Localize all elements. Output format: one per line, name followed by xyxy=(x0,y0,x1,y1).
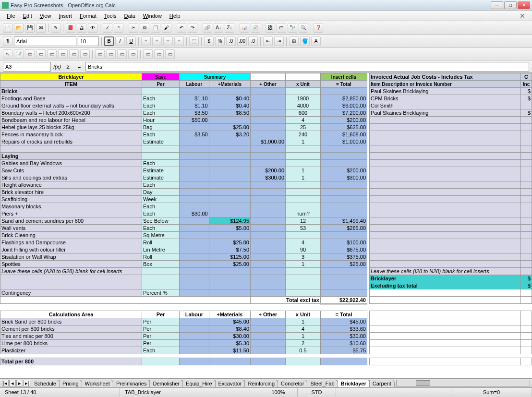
formula-input[interactable] xyxy=(85,62,529,72)
cell-reference[interactable] xyxy=(3,62,51,72)
menu-file[interactable]: File xyxy=(3,12,19,20)
button-summary[interactable]: Summary xyxy=(180,73,251,81)
tab-reinforcing[interactable]: Reinforcing xyxy=(244,380,278,387)
new-icon[interactable]: 📄 xyxy=(3,23,12,33)
tab-pricing[interactable]: Pricing xyxy=(59,380,82,387)
status-sum[interactable]: Sum=0 xyxy=(451,388,532,397)
undo-icon[interactable]: ↶ xyxy=(177,23,186,33)
tab-last-icon[interactable]: ▸| xyxy=(24,380,30,386)
close-button[interactable]: ✕ xyxy=(518,1,530,9)
sort-asc-icon[interactable]: A↓ xyxy=(214,23,223,33)
control3-icon[interactable]: ▭ xyxy=(47,49,57,59)
align-right-icon[interactable]: ≡ xyxy=(163,36,173,46)
status-std[interactable]: STD xyxy=(298,388,336,397)
tab-schedule[interactable]: Schedule xyxy=(31,380,60,387)
sum-button[interactable]: Σ xyxy=(63,62,73,72)
tab-excavator[interactable]: Excavator xyxy=(215,380,245,387)
control1-icon[interactable]: ▭ xyxy=(25,49,35,59)
button-insert-cells[interactable]: Insert cells xyxy=(321,73,367,81)
spreadsheet[interactable]: Bricklayer Save Summary Insert cells Inv… xyxy=(0,73,532,378)
equals-button[interactable]: = xyxy=(74,62,84,72)
font-select[interactable] xyxy=(14,36,76,46)
spellcheck-icon[interactable]: ✓ xyxy=(103,23,112,33)
zoom-icon[interactable]: 🔍 xyxy=(299,23,308,33)
italic-button[interactable]: I xyxy=(115,36,125,46)
dec-inc-icon[interactable]: .00 xyxy=(237,36,247,46)
menu-data[interactable]: Data xyxy=(120,12,139,20)
menu-edit[interactable]: Edit xyxy=(19,12,36,20)
menu-insert[interactable]: Insert xyxy=(55,12,76,20)
align-center-icon[interactable]: ≡ xyxy=(152,36,162,46)
paste-icon[interactable]: 📋 xyxy=(151,23,160,33)
menu-window[interactable]: Window xyxy=(139,12,166,20)
tab-steel-fab[interactable]: Steel_Fab xyxy=(307,380,338,387)
menu-help[interactable]: Help xyxy=(166,12,184,20)
control13-icon[interactable]: ▭ xyxy=(165,49,175,59)
tab-preliminaries[interactable]: Preliminaries xyxy=(113,380,150,387)
binoculars-icon[interactable]: 🔭 xyxy=(288,23,297,33)
size-select[interactable] xyxy=(78,36,99,46)
tab-first-icon[interactable]: |◂ xyxy=(2,380,9,386)
underline-button[interactable]: U xyxy=(126,36,136,46)
indent-dec-icon[interactable]: ⇤ xyxy=(263,36,273,46)
select-icon[interactable]: ↖ xyxy=(3,49,12,59)
doc-close-button[interactable]: ✕ xyxy=(516,11,529,21)
fx-button[interactable]: f(x) xyxy=(52,62,62,72)
control9-icon[interactable]: ▭ xyxy=(117,49,127,59)
control10-icon[interactable]: ▭ xyxy=(128,49,138,59)
header-bricklayer[interactable]: Bricklayer xyxy=(0,73,142,81)
sort-desc-icon[interactable]: Z↓ xyxy=(225,23,234,33)
menu-format[interactable]: Format xyxy=(76,12,100,20)
redo-icon[interactable]: ↷ xyxy=(188,23,197,33)
menu-view[interactable]: View xyxy=(36,12,55,20)
button-save[interactable]: Save xyxy=(142,73,180,81)
pdf-icon[interactable]: 📕 xyxy=(66,23,75,33)
maximize-button[interactable]: □ xyxy=(504,1,517,9)
nav-icon[interactable]: 🧭 xyxy=(251,23,260,33)
number-icon[interactable]: .0 xyxy=(226,36,236,46)
bgcolor-icon[interactable]: 🪣 xyxy=(300,36,310,46)
control5-icon[interactable]: ▭ xyxy=(69,49,79,59)
currency-icon[interactable]: $ xyxy=(204,36,214,46)
copy-icon[interactable]: ⧉ xyxy=(140,23,149,33)
tab-demolisher[interactable]: Demolisher xyxy=(149,380,183,387)
tab-equip-hire[interactable]: Equip_Hire xyxy=(182,380,215,387)
preview-icon[interactable]: 👁 xyxy=(88,23,97,33)
cut-icon[interactable]: ✂ xyxy=(129,23,138,33)
percent-icon[interactable]: % xyxy=(215,36,225,46)
control11-icon[interactable]: ▭ xyxy=(143,49,153,59)
tab-worksheet[interactable]: Worksheet xyxy=(82,380,113,387)
control4-icon[interactable]: ▭ xyxy=(58,49,68,59)
tab-prev-icon[interactable]: ◂ xyxy=(9,380,16,386)
form-icon[interactable]: 📝 xyxy=(14,49,24,59)
control6-icon[interactable]: ▭ xyxy=(80,49,90,59)
open-icon[interactable]: 📂 xyxy=(14,23,24,33)
control7-icon[interactable]: ▭ xyxy=(95,49,105,59)
tab-carpent[interactable]: Carpent xyxy=(369,380,395,387)
control12-icon[interactable]: ▭ xyxy=(154,49,164,59)
tab-next-icon[interactable]: ▸ xyxy=(16,380,23,386)
fontcolor-icon[interactable]: A xyxy=(311,36,321,46)
help-icon[interactable]: ❓ xyxy=(314,23,323,33)
borders-icon[interactable]: ⊞ xyxy=(289,36,299,46)
gallery-icon[interactable]: 🖼 xyxy=(266,23,275,33)
styles-icon[interactable]: ¶ xyxy=(3,36,12,46)
menu-tools[interactable]: Tools xyxy=(100,12,121,20)
brush-icon[interactable]: 🖌 xyxy=(162,23,171,33)
status-zoom[interactable]: 100% xyxy=(259,388,298,397)
datasource-icon[interactable]: 🗃 xyxy=(277,23,286,33)
edit-icon[interactable]: ✎ xyxy=(51,23,60,33)
email-icon[interactable]: ✉ xyxy=(36,23,46,33)
align-left-icon[interactable]: ≡ xyxy=(141,36,151,46)
tab-bricklayer[interactable]: Bricklayer xyxy=(338,380,370,387)
chart-icon[interactable]: 📊 xyxy=(240,23,249,33)
control8-icon[interactable]: ▭ xyxy=(106,49,116,59)
hyperlink-icon[interactable]: 🔗 xyxy=(203,23,212,33)
merge-icon[interactable]: ⬚ xyxy=(189,36,199,46)
autospell-icon[interactable]: ᴬ xyxy=(114,23,123,33)
print-icon[interactable]: 🖨 xyxy=(77,23,86,33)
save-icon[interactable]: 💾 xyxy=(25,23,35,33)
minimize-button[interactable]: ─ xyxy=(491,1,503,9)
control2-icon[interactable]: ▭ xyxy=(36,49,46,59)
horizontal-scrollbar[interactable] xyxy=(396,380,530,386)
